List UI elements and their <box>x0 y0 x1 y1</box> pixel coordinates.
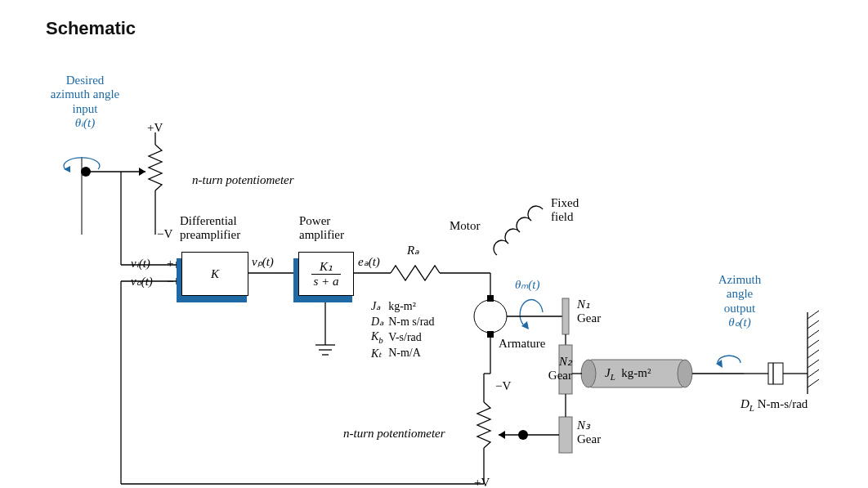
svg-rect-21 <box>487 295 494 302</box>
svg-point-6 <box>81 167 91 177</box>
feedback-potentiometer-icon <box>477 374 490 458</box>
input-pot-label: n-turn potentiometer <box>192 173 294 187</box>
motor-label: Motor <box>450 219 481 233</box>
svg-marker-1 <box>64 166 70 172</box>
diff-preamp-block: K <box>181 252 247 298</box>
diffamp-label: Differentialpreamplifier <box>180 214 240 243</box>
ra-label: Rₐ <box>407 244 419 257</box>
svg-marker-5 <box>139 168 145 176</box>
plus-v-top: +V <box>147 121 163 135</box>
power-amp-block: K₁ s + a <box>298 252 352 298</box>
damper-icon <box>744 363 808 384</box>
svg-point-35 <box>678 360 692 387</box>
feedback-wiper-knob <box>518 430 528 440</box>
jl-label: JL kg-m² <box>605 366 651 383</box>
armature-label: Armature <box>499 337 545 351</box>
input-label: Desired azimuth angle input θᵢ(t) <box>36 74 134 130</box>
svg-line-51 <box>808 369 819 378</box>
svg-line-52 <box>808 379 819 387</box>
svg-rect-22 <box>487 331 494 338</box>
sum-plus: + <box>167 257 173 271</box>
svg-rect-53 <box>559 417 572 453</box>
ea-label: eₐ(t) <box>358 255 380 269</box>
svg-line-46 <box>808 320 819 329</box>
svg-marker-39 <box>716 360 723 368</box>
resistor-ra-icon <box>391 266 440 280</box>
vp-label: vₚ(t) <box>252 255 274 269</box>
fixed-field-coil-icon <box>494 206 543 255</box>
schematic-canvas: Desired azimuth angle input θᵢ(t) +V −V … <box>33 51 850 488</box>
svg-line-49 <box>808 350 819 358</box>
svg-line-45 <box>808 311 819 319</box>
fixed-field-label: Fixedfield <box>551 196 579 225</box>
motor-params: Jₐkg-m² DₐN-m s/rad KbV-s/rad KₜN-m/A <box>369 298 440 362</box>
svg-rect-31 <box>562 298 569 334</box>
gear-n3-icon <box>559 417 572 453</box>
sum-minus: − <box>167 275 173 289</box>
section-title: Schematic <box>46 18 835 39</box>
motor-armature-icon <box>474 295 507 338</box>
input-shaft-icon <box>64 157 100 235</box>
svg-rect-41 <box>768 363 783 384</box>
output-label: Azimuth angle output θₒ(t) <box>703 273 776 329</box>
svg-line-47 <box>808 330 819 338</box>
dl-label: DL N-m-s/rad <box>740 397 808 414</box>
fb-plus-v: +V <box>474 476 490 488</box>
poweramp-tf: K₁ s + a <box>311 261 342 288</box>
poweramp-label: Poweramplifier <box>299 214 344 243</box>
thetam-label: θₘ(t) <box>515 278 540 292</box>
n1-label: N₁Gear <box>577 298 601 326</box>
svg-line-50 <box>808 360 819 368</box>
schematic-svg <box>33 51 850 488</box>
output-rotation-icon <box>716 356 740 368</box>
n3-label: N₃Gear <box>577 419 601 447</box>
gear-n1-icon <box>562 298 569 334</box>
vi-label: vᵢ(t) <box>131 257 150 271</box>
svg-marker-29 <box>521 321 529 329</box>
svg-point-20 <box>474 300 507 333</box>
diffamp-gain: K <box>211 267 219 281</box>
svg-line-48 <box>808 340 819 348</box>
wall-hatch-icon <box>808 311 819 394</box>
fb-minus-v: −V <box>495 379 511 393</box>
theta-m-arrow-icon <box>520 300 543 329</box>
svg-point-36 <box>581 360 596 387</box>
feedback-pot-label: n-turn potentiometer <box>343 427 445 441</box>
minus-v-top: −V <box>157 227 172 241</box>
vo-label: vₒ(t) <box>131 275 153 289</box>
n2-label: N₂Gear <box>539 355 572 383</box>
svg-marker-56 <box>499 431 505 439</box>
